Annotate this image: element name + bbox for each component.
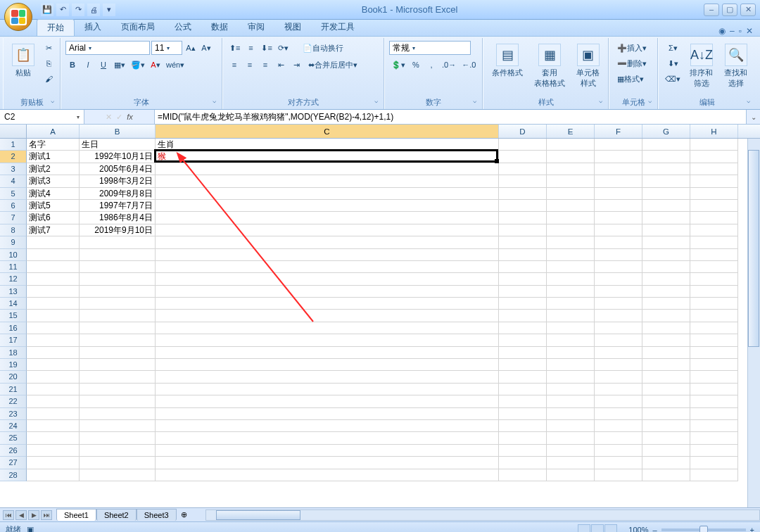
office-button[interactable] (4, 3, 32, 31)
cell[interactable] (690, 310, 738, 322)
cell[interactable] (27, 420, 80, 432)
cut-button[interactable]: ✂ (42, 41, 56, 55)
cell[interactable] (547, 371, 595, 383)
cell[interactable] (690, 334, 738, 346)
cell[interactable] (156, 212, 499, 224)
cell[interactable] (547, 432, 595, 444)
phonetic-button[interactable]: wén▾ (164, 58, 186, 72)
cell[interactable] (642, 310, 690, 322)
cell[interactable] (642, 163, 690, 175)
cell[interactable] (547, 212, 595, 224)
underline-button[interactable]: U (96, 58, 110, 72)
format-as-table-button[interactable]: ▦套用 表格格式 (530, 41, 569, 91)
cell[interactable] (547, 359, 595, 371)
fill-color-button[interactable]: 🪣▾ (129, 58, 147, 72)
row-header[interactable]: 10 (0, 249, 27, 261)
cell[interactable] (27, 310, 80, 322)
row-header[interactable]: 20 (0, 371, 27, 383)
italic-button[interactable]: I (81, 58, 95, 72)
cell[interactable] (690, 286, 738, 298)
spreadsheet-grid[interactable]: ABCDEFGH 1名字生日生肖2测试11992年10月1日猴3测试22005年… (0, 125, 760, 507)
cell[interactable] (642, 469, 690, 481)
close-button[interactable]: ✕ (740, 4, 756, 16)
cell[interactable] (80, 310, 156, 322)
row-header[interactable]: 5 (0, 188, 27, 200)
row-header[interactable]: 11 (0, 261, 27, 273)
col-header-G[interactable]: G (642, 125, 690, 138)
cell[interactable] (595, 188, 642, 200)
col-header-F[interactable]: F (595, 125, 642, 138)
row-header[interactable]: 17 (0, 334, 27, 346)
cell[interactable] (499, 163, 547, 175)
cell[interactable] (642, 224, 690, 236)
row-header[interactable]: 24 (0, 420, 27, 432)
cell[interactable] (595, 175, 642, 187)
align-top-button[interactable]: ⬆≡ (227, 41, 242, 55)
cell[interactable] (80, 347, 156, 359)
cell[interactable] (595, 334, 642, 346)
cell[interactable] (642, 371, 690, 383)
cell[interactable] (642, 457, 690, 469)
cell[interactable] (595, 200, 642, 212)
cell[interactable] (80, 384, 156, 395)
cell[interactable] (547, 334, 595, 346)
cell[interactable] (690, 212, 738, 224)
cell[interactable] (642, 286, 690, 298)
insert-cells-button[interactable]: ➕ 插入▾ (614, 41, 650, 55)
cell[interactable] (547, 139, 595, 151)
comma-button[interactable]: , (424, 58, 438, 72)
sort-filter-button[interactable]: A↓Z排序和 筛选 (685, 41, 717, 91)
v-scroll-thumb[interactable] (748, 150, 759, 347)
cell[interactable] (156, 175, 499, 187)
currency-button[interactable]: 💲▾ (389, 58, 407, 72)
cell[interactable] (547, 322, 595, 334)
cell[interactable] (80, 273, 156, 285)
align-bottom-button[interactable]: ⬇≡ (259, 41, 274, 55)
help-icon[interactable]: ◉ (718, 26, 726, 36)
clear-button[interactable]: ⌫▾ (663, 72, 683, 86)
align-middle-button[interactable]: ≡ (243, 41, 258, 55)
cell[interactable] (690, 395, 738, 407)
cell[interactable] (547, 310, 595, 322)
h-scroll-thumb[interactable] (216, 510, 300, 520)
row-header[interactable]: 12 (0, 273, 27, 285)
tab-页面布局[interactable]: 页面布局 (111, 19, 165, 36)
cell[interactable] (156, 322, 499, 334)
cell[interactable] (595, 212, 642, 224)
cell[interactable] (642, 359, 690, 371)
cell[interactable] (156, 432, 499, 444)
cell[interactable] (499, 334, 547, 346)
fx-enter[interactable]: ✓ (116, 113, 122, 122)
cell[interactable] (499, 175, 547, 187)
cell[interactable] (80, 408, 156, 420)
cell[interactable] (27, 445, 80, 457)
sheet-first[interactable]: ⏮ (3, 510, 14, 520)
col-header-E[interactable]: E (547, 125, 595, 138)
cell[interactable] (642, 347, 690, 359)
cell[interactable] (547, 224, 595, 236)
row-header[interactable]: 3 (0, 163, 27, 175)
cell[interactable] (156, 359, 499, 371)
cell[interactable] (547, 151, 595, 163)
tab-开始[interactable]: 开始 (37, 19, 75, 36)
cell[interactable] (690, 347, 738, 359)
cell[interactable] (595, 420, 642, 432)
tab-开发工具[interactable]: 开发工具 (311, 19, 365, 36)
row-header[interactable]: 9 (0, 236, 27, 248)
cell[interactable] (642, 200, 690, 212)
cell[interactable] (547, 200, 595, 212)
zoom-in-button[interactable]: + (750, 526, 754, 533)
cell[interactable] (642, 298, 690, 310)
increase-font-button[interactable]: A▴ (184, 41, 198, 55)
row-header[interactable]: 22 (0, 395, 27, 407)
cell[interactable] (499, 322, 547, 334)
sheet-tab-Sheet1[interactable]: Sheet1 (56, 509, 96, 521)
cell[interactable] (642, 273, 690, 285)
cell[interactable] (499, 139, 547, 151)
zoom-slider[interactable] (661, 528, 746, 531)
normal-view-button[interactable] (578, 524, 590, 533)
cell[interactable] (642, 236, 690, 248)
name-box[interactable]: C2 (0, 110, 84, 124)
wrap-text-button[interactable]: 📄 自动换行 (299, 41, 347, 55)
cell[interactable] (690, 139, 738, 151)
